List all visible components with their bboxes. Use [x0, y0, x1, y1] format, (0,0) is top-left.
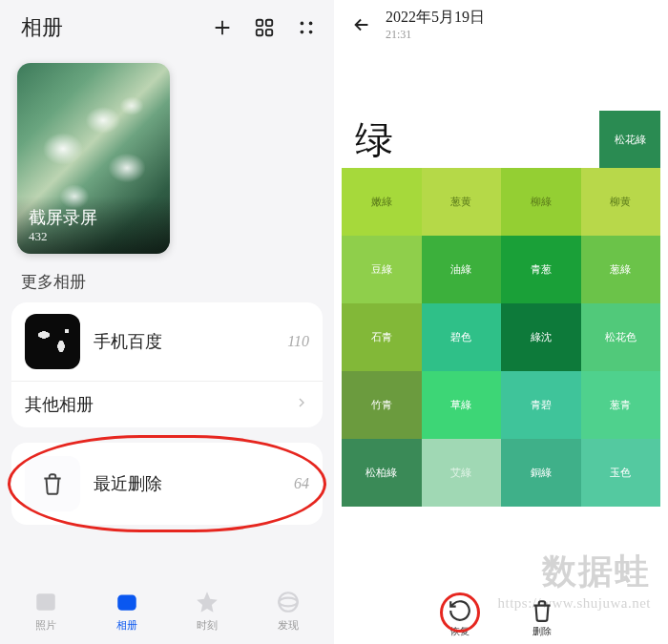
image-title-chip: 松花綠	[599, 111, 660, 168]
color-swatch: 柳黄	[581, 168, 661, 236]
trash-icon	[25, 456, 80, 511]
color-swatch: 葱黄	[422, 168, 502, 236]
tab-moments[interactable]: 时刻	[195, 590, 219, 633]
svg-rect-0	[257, 20, 262, 26]
tab-label: 照片	[35, 618, 56, 633]
svg-point-12	[279, 592, 298, 612]
album-row-label: 手机百度	[94, 330, 274, 353]
color-swatch: 竹青	[342, 371, 422, 439]
grid-icon[interactable]	[254, 17, 275, 38]
album-card[interactable]: 截屏录屏 432	[17, 63, 170, 254]
color-swatch: 草綠	[422, 371, 502, 439]
recently-deleted-count: 64	[294, 475, 309, 492]
color-swatch: 葱綠	[581, 236, 661, 303]
color-swatch: 青碧	[501, 371, 581, 439]
photo-time: 21:31	[386, 28, 485, 42]
add-icon[interactable]	[212, 17, 233, 38]
tab-label: 时刻	[197, 618, 218, 633]
back-button[interactable]	[351, 14, 372, 35]
svg-point-4	[301, 22, 304, 26]
tab-discover[interactable]: 发现	[276, 590, 301, 633]
delete-label: 删除	[532, 625, 552, 638]
svg-point-5	[309, 22, 313, 26]
color-swatch: 葱青	[581, 371, 661, 439]
svg-point-7	[309, 31, 313, 34]
album-row-others[interactable]: 其他相册	[11, 381, 323, 427]
tab-label: 相册	[116, 618, 137, 633]
delete-button[interactable]: 删除	[530, 598, 554, 638]
color-swatch: 銅綠	[501, 439, 581, 507]
color-swatch: 松柏綠	[342, 439, 422, 507]
album-name: 截屏录屏	[29, 206, 158, 229]
tab-albums[interactable]: 相册	[115, 590, 139, 633]
svg-rect-10	[37, 593, 56, 610]
svg-rect-3	[266, 30, 272, 35]
album-row-count: 110	[287, 333, 309, 350]
more-icon[interactable]	[296, 17, 317, 38]
album-row-label: 其他相册	[25, 393, 281, 416]
color-swatch: 油綠	[422, 236, 502, 303]
bottom-tabbar: 照片 相册 时刻 发现	[0, 586, 334, 636]
svg-rect-2	[257, 30, 262, 35]
color-swatch: 柳綠	[501, 168, 581, 236]
tab-photos[interactable]: 照片	[33, 590, 58, 633]
color-swatch: 青葱	[501, 236, 581, 303]
album-row-baidu[interactable]: 手机百度 110	[11, 302, 323, 381]
svg-rect-11	[117, 594, 136, 610]
svg-point-13	[279, 598, 298, 607]
svg-rect-1	[266, 20, 272, 26]
recently-deleted-row[interactable]: 最近删除 64	[11, 443, 323, 525]
color-swatch: 松花色	[581, 303, 661, 371]
restore-label: 恢复	[450, 625, 470, 638]
recently-deleted-label: 最近删除	[94, 472, 281, 495]
photo-date: 2022年5月19日	[386, 8, 485, 28]
restore-icon	[448, 598, 472, 623]
color-swatch: 綠沈	[501, 303, 581, 371]
color-swatch: 豆綠	[342, 236, 422, 303]
svg-point-6	[301, 31, 304, 34]
trash-icon	[530, 598, 554, 623]
color-swatch: 玉色	[581, 439, 661, 507]
page-title: 相册	[21, 13, 63, 42]
tab-label: 发现	[278, 618, 299, 633]
restore-button[interactable]: 恢复	[448, 598, 472, 638]
chevron-right-icon	[294, 395, 309, 414]
image-title: 绿	[342, 111, 599, 168]
album-count: 432	[29, 229, 158, 244]
deleted-image-preview[interactable]: 绿 松花綠 嫩綠葱黄柳綠柳黄豆綠油綠青葱葱綠石青碧色綠沈松花色竹青草綠青碧葱青松…	[342, 111, 660, 507]
color-swatch: 碧色	[422, 303, 502, 371]
section-label: 更多相册	[21, 271, 334, 293]
color-swatch: 石青	[342, 303, 422, 371]
album-thumb	[25, 314, 80, 369]
color-swatch: 嫩綠	[342, 168, 422, 236]
color-swatch: 艾綠	[422, 439, 502, 507]
